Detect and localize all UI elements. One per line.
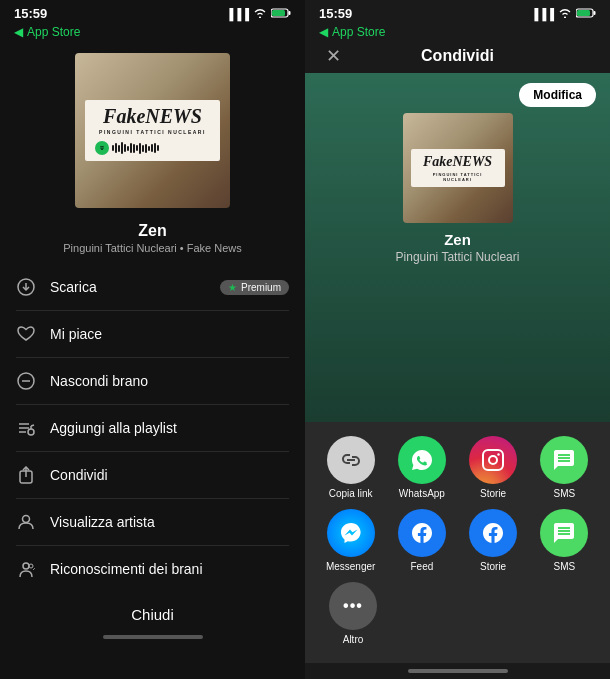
menu-label-artista: Visualizza artista bbox=[50, 514, 155, 530]
share-row-3: ••• Altro bbox=[315, 582, 600, 645]
facebook-feed-icon bbox=[398, 509, 446, 557]
copy-link-label: Copia link bbox=[329, 488, 373, 499]
back-chevron-left: ◀ bbox=[14, 25, 23, 39]
app-store-back-right[interactable]: ◀ App Store bbox=[305, 23, 610, 39]
whatsapp-icon bbox=[398, 436, 446, 484]
menu-item-nascondi[interactable]: Nascondi brano bbox=[16, 358, 289, 405]
home-indicator-right bbox=[408, 669, 508, 673]
svg-point-25 bbox=[497, 453, 499, 455]
svg-point-24 bbox=[489, 456, 497, 464]
left-panel: 15:59 ▐▐▐ ◀ App Store bbox=[0, 0, 305, 679]
facebook-stories-label: Storie bbox=[480, 561, 506, 572]
home-indicator-left bbox=[103, 635, 203, 639]
svg-point-16 bbox=[23, 516, 30, 523]
scarica-icon bbox=[16, 277, 36, 297]
app-store-back-left[interactable]: ◀ App Store bbox=[0, 23, 305, 45]
svg-line-13 bbox=[31, 425, 34, 426]
svg-rect-21 bbox=[577, 10, 590, 16]
menu-label-playlist: Aggiungi alla playlist bbox=[50, 420, 177, 436]
spotify-logo-left bbox=[95, 141, 109, 155]
whatsapp-label: WhatsApp bbox=[399, 488, 445, 499]
sms2-label: SMS bbox=[554, 561, 576, 572]
track-artist-left: Pinguini Tattici Nucleari • Fake News bbox=[63, 242, 242, 254]
share-icons-area: Copia link WhatsApp Stor bbox=[305, 422, 610, 663]
share-item-sms2[interactable]: SMS bbox=[534, 509, 594, 572]
waveform-left bbox=[112, 142, 159, 154]
track-title-left: Zen bbox=[138, 222, 166, 240]
close-button[interactable]: Chiudi bbox=[0, 592, 305, 631]
menu-item-mi-piace[interactable]: Mi piace bbox=[16, 311, 289, 358]
riconoscimenti-icon bbox=[16, 559, 36, 579]
messenger-icon bbox=[327, 509, 375, 557]
battery-icon-right bbox=[576, 8, 596, 20]
condividi-icon bbox=[16, 465, 36, 485]
fake-news-title-left: FakeNEWS bbox=[95, 106, 210, 126]
share-item-whatsapp[interactable]: WhatsApp bbox=[392, 436, 452, 499]
share-item-copy-link[interactable]: Copia link bbox=[321, 436, 381, 499]
share-track-artist: Pinguini Tattici Nucleari bbox=[396, 250, 520, 264]
premium-badge: ★ Premium bbox=[220, 280, 289, 295]
share-track-title: Zen bbox=[444, 231, 471, 248]
copy-link-icon bbox=[327, 436, 375, 484]
messenger-label: Messenger bbox=[326, 561, 375, 572]
instagram-stories-label: Storie bbox=[480, 488, 506, 499]
sms2-icon bbox=[540, 509, 588, 557]
battery-icon-left bbox=[271, 8, 291, 20]
back-label-right: App Store bbox=[332, 25, 385, 39]
svg-rect-20 bbox=[594, 11, 596, 15]
share-item-facebook-feed[interactable]: Feed bbox=[392, 509, 452, 572]
wifi-icon-right bbox=[558, 8, 572, 20]
mi-piace-icon bbox=[16, 324, 36, 344]
nascondi-icon bbox=[16, 371, 36, 391]
wifi-icon-left bbox=[253, 8, 267, 20]
altro-label: Altro bbox=[343, 634, 364, 645]
menu-item-artista[interactable]: Visualizza artista bbox=[16, 499, 289, 546]
signal-icon-right: ▐▐▐ bbox=[531, 8, 554, 20]
svg-point-11 bbox=[28, 429, 34, 435]
condividi-title: Condividi bbox=[421, 47, 494, 65]
share-fake-news-subtitle: PINGUINI TATTICI NUCLEARI bbox=[419, 172, 497, 182]
menu-item-scarica[interactable]: Scarica ★ Premium bbox=[16, 264, 289, 311]
status-bar-left: 15:59 ▐▐▐ bbox=[0, 0, 305, 23]
playlist-icon bbox=[16, 418, 36, 438]
fake-news-subtitle-left: PINGUINI TATTICI NUCLEARI bbox=[95, 129, 210, 135]
menu-label-nascondi: Nascondi brano bbox=[50, 373, 148, 389]
share-item-messenger[interactable]: Messenger bbox=[321, 509, 381, 572]
menu-label-mi-piace: Mi piace bbox=[50, 326, 102, 342]
premium-icon: ★ bbox=[228, 282, 237, 293]
menu-item-condividi[interactable]: Condividi bbox=[16, 452, 289, 499]
menu-item-riconoscimenti[interactable]: Riconoscimenti dei brani bbox=[16, 546, 289, 592]
menu-label-riconoscimenti: Riconoscimenti dei brani bbox=[50, 561, 203, 577]
svg-rect-23 bbox=[483, 450, 503, 470]
right-panel: 15:59 ▐▐▐ ◀ App Store ✕ bbox=[305, 0, 610, 679]
share-item-altro[interactable]: ••• Altro bbox=[323, 582, 383, 645]
share-album-fake: FakeNEWS PINGUINI TATTICI NUCLEARI bbox=[403, 113, 513, 223]
share-fake-news-title: FakeNEWS bbox=[419, 154, 497, 169]
modifica-button[interactable]: Modifica bbox=[519, 83, 596, 107]
share-item-sms[interactable]: SMS bbox=[534, 436, 594, 499]
back-chevron-right: ◀ bbox=[319, 25, 328, 39]
close-x-button[interactable]: ✕ bbox=[319, 42, 347, 70]
sms-label: SMS bbox=[554, 488, 576, 499]
svg-rect-2 bbox=[272, 10, 285, 16]
status-bar-right: 15:59 ▐▐▐ bbox=[305, 0, 610, 23]
share-row-2: Messenger Feed Storie bbox=[315, 509, 600, 572]
status-icons-right: ▐▐▐ bbox=[531, 8, 596, 20]
time-right: 15:59 bbox=[319, 6, 352, 21]
share-item-facebook-stories[interactable]: Storie bbox=[463, 509, 523, 572]
menu-item-playlist[interactable]: Aggiungi alla playlist bbox=[16, 405, 289, 452]
artista-icon bbox=[16, 512, 36, 532]
menu-list: Scarica ★ Premium Mi piace bbox=[0, 264, 305, 592]
status-icons-left: ▐▐▐ bbox=[226, 8, 291, 20]
premium-label: Premium bbox=[241, 282, 281, 293]
time-left: 15:59 bbox=[14, 6, 47, 21]
sms-icon bbox=[540, 436, 588, 484]
altro-icon: ••• bbox=[329, 582, 377, 630]
share-preview-area: Modifica FakeNEWS PINGUINI TATTICI NUCLE… bbox=[305, 73, 610, 422]
facebook-feed-label: Feed bbox=[410, 561, 433, 572]
album-art-fake-left: FakeNEWS PINGUINI TATTICI NUCLEARI bbox=[75, 53, 230, 208]
share-item-instagram-stories[interactable]: Storie bbox=[463, 436, 523, 499]
back-label-left: App Store bbox=[27, 25, 80, 39]
instagram-stories-icon bbox=[469, 436, 517, 484]
signal-icon-left: ▐▐▐ bbox=[226, 8, 249, 20]
